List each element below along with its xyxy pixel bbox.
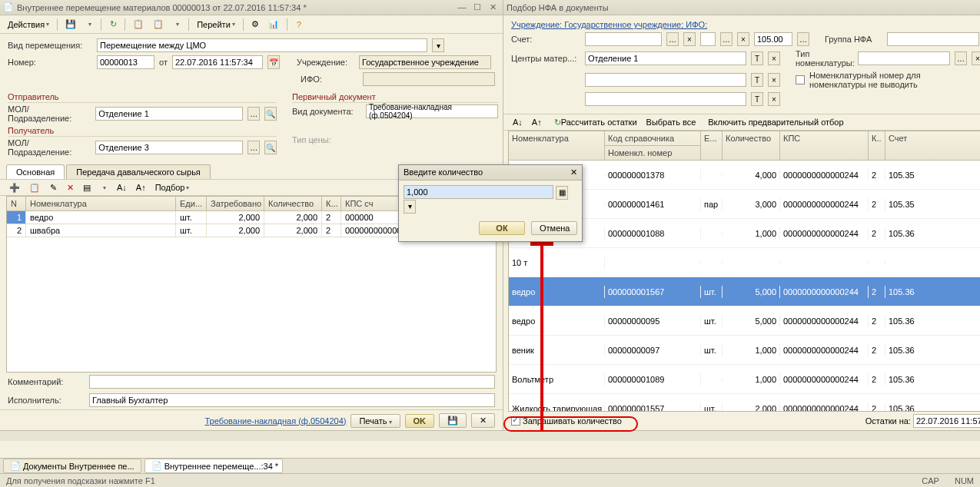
rcol-nomnum[interactable]: Номенкл. номер bbox=[605, 146, 701, 161]
move-type-field[interactable]: Перемещение между ЦМО bbox=[97, 38, 427, 52]
list-item[interactable]: Жидкость тарирующая000000001557шт.2,0000… bbox=[509, 394, 980, 411]
prefilter-button[interactable]: Включить предварительный отбор bbox=[705, 115, 846, 129]
list-item[interactable]: веник00000000097шт.1,0000000000000000244… bbox=[509, 336, 980, 365]
acct2-clear-icon[interactable]: × bbox=[737, 32, 749, 46]
qty-dropdown-icon[interactable]: ▾ bbox=[404, 200, 416, 214]
unpost-icon[interactable]: 📋 bbox=[150, 18, 167, 31]
add-row-icon[interactable]: ➕ bbox=[6, 181, 23, 194]
tool-icon-1[interactable]: ⚙ bbox=[248, 18, 262, 31]
centers-clear-icon[interactable]: × bbox=[768, 51, 780, 65]
nomtype-field[interactable] bbox=[858, 51, 950, 65]
edit-row-icon[interactable]: ✎ bbox=[46, 181, 60, 194]
receiver-ellipsis-icon[interactable]: … bbox=[247, 141, 260, 154]
delete-row-icon[interactable]: ✕ bbox=[63, 181, 77, 194]
actions-menu[interactable]: Действия bbox=[5, 18, 52, 31]
extra2-clear-icon[interactable]: × bbox=[768, 92, 780, 106]
dialog-ok-button[interactable]: ОК bbox=[479, 221, 525, 235]
rcol-acct[interactable]: Счет bbox=[885, 131, 980, 161]
qty-calc-icon[interactable]: ▦ bbox=[556, 186, 568, 200]
acct1-clear-icon[interactable]: × bbox=[683, 32, 696, 46]
recalc-button[interactable]: ↻ Рассчитать остатки bbox=[551, 115, 640, 129]
rcol-code[interactable]: Код справочника bbox=[605, 131, 701, 146]
minimize-button[interactable]: — bbox=[455, 2, 469, 13]
goto-menu[interactable]: Перейти bbox=[194, 18, 238, 31]
rcol-kps[interactable]: КПС bbox=[780, 131, 869, 161]
list-item[interactable]: Вольтметр0000000010891,00000000000000002… bbox=[509, 365, 980, 394]
calendar-icon[interactable]: 📅 bbox=[267, 55, 280, 69]
quantity-input[interactable] bbox=[404, 185, 553, 199]
refresh-icon[interactable]: ↻ bbox=[106, 18, 120, 31]
grid-menu-icon[interactable] bbox=[97, 181, 111, 194]
balance-field[interactable]: 22.07.2016 11:57:34; Вн bbox=[913, 414, 980, 428]
close-button[interactable]: ✕ bbox=[486, 2, 500, 13]
copy-row-icon[interactable]: 📋 bbox=[26, 181, 43, 194]
extra1-t-icon[interactable]: T bbox=[751, 73, 763, 87]
rcol-unit[interactable]: Е... bbox=[701, 131, 723, 161]
rcol-nomen[interactable]: Номенклатура bbox=[509, 131, 605, 161]
sender-field[interactable]: Отделение 1 bbox=[95, 107, 243, 121]
post-icon[interactable]: 📋 bbox=[130, 18, 147, 31]
group-field[interactable] bbox=[887, 32, 979, 46]
tool-icon-2[interactable]: 📊 bbox=[265, 18, 282, 31]
acct-field-2[interactable] bbox=[700, 32, 716, 46]
number-field[interactable]: 00000013 bbox=[97, 55, 154, 69]
post-dropdown[interactable] bbox=[170, 18, 184, 31]
task-item[interactable]: 📄 Документы Внутреннее пе... bbox=[3, 459, 141, 473]
dialog-cancel-button[interactable]: Отмена bbox=[531, 221, 577, 235]
acct1-ellipsis-icon[interactable]: … bbox=[666, 32, 679, 46]
nomnum-checkbox[interactable] bbox=[796, 75, 805, 84]
org-link[interactable]: Учреждение: Государственное учреждение; … bbox=[511, 20, 707, 29]
move-up-icon[interactable]: ▤ bbox=[80, 181, 94, 194]
col-unit[interactable]: Еди... bbox=[176, 197, 207, 210]
executor-field[interactable]: Главный Бухгалтер bbox=[89, 393, 495, 407]
acct2-ellipsis-icon[interactable]: … bbox=[720, 32, 733, 46]
doctype-field[interactable]: Требование-накладная (ф.0504204) bbox=[366, 104, 498, 118]
tab-main[interactable]: Основная bbox=[6, 164, 65, 179]
maximize-button[interactable]: ☐ bbox=[470, 2, 484, 13]
nomtype-clear-icon[interactable]: × bbox=[972, 51, 980, 65]
close-form-button[interactable]: ✕ bbox=[471, 413, 495, 428]
receiver-search-icon[interactable]: 🔍 bbox=[264, 141, 277, 154]
col-qty[interactable]: Количество bbox=[264, 197, 322, 210]
save-button[interactable]: 💾 bbox=[439, 413, 467, 428]
sort-desc-icon[interactable]: A↑ bbox=[133, 181, 149, 194]
extra-field-2[interactable] bbox=[585, 92, 746, 106]
task-item[interactable]: 📄 Внутреннее перемеще...:34 * bbox=[145, 459, 283, 473]
acct-value-field[interactable]: 105.00 bbox=[754, 32, 792, 46]
sort-desc-icon[interactable]: A↑ bbox=[529, 115, 545, 129]
col-n[interactable]: N bbox=[7, 197, 26, 210]
list-item[interactable]: 10 т bbox=[509, 248, 980, 277]
sort-asc-icon[interactable]: A↓ bbox=[510, 115, 526, 129]
date-field[interactable]: 22.07.2016 11:57:34 bbox=[172, 55, 263, 69]
list-item[interactable]: ведро000000001567шт.5,000000000000000024… bbox=[509, 277, 980, 306]
save-icon[interactable]: 💾 bbox=[62, 18, 79, 31]
comment-field[interactable] bbox=[89, 375, 495, 389]
centers-field[interactable]: Отделение 1 bbox=[585, 51, 746, 65]
col-k[interactable]: К... bbox=[322, 197, 341, 210]
sort-asc-icon[interactable]: A↓ bbox=[114, 181, 130, 194]
help-icon[interactable]: ? bbox=[292, 18, 306, 31]
col-nomen[interactable]: Номенклатура bbox=[26, 197, 176, 210]
centers-t-icon[interactable]: T bbox=[751, 51, 763, 65]
nomtype-ellipsis-icon[interactable]: … bbox=[955, 51, 967, 65]
extra-field-1[interactable] bbox=[585, 73, 746, 87]
tab-toll[interactable]: Передача давальческого сырья bbox=[66, 164, 211, 179]
select-all-button[interactable]: Выбрать все bbox=[643, 115, 699, 129]
pick-button[interactable]: Подбор bbox=[152, 181, 193, 194]
move-type-dropdown-icon[interactable]: ▾ bbox=[432, 38, 444, 52]
ok-button[interactable]: OK bbox=[405, 414, 435, 428]
extra2-t-icon[interactable]: T bbox=[751, 92, 763, 106]
acct-val-ellipsis-icon[interactable]: … bbox=[797, 32, 809, 46]
col-req[interactable]: Затребовано bbox=[207, 197, 264, 210]
save-dropdown[interactable] bbox=[82, 18, 96, 31]
rcol-qty[interactable]: Количество bbox=[723, 131, 780, 161]
acct-field-1[interactable] bbox=[585, 32, 662, 46]
receiver-field[interactable]: Отделение 3 bbox=[95, 141, 243, 154]
print-button[interactable]: Печать bbox=[350, 414, 400, 428]
rcol-k[interactable]: К.. bbox=[869, 131, 885, 161]
ask-qty-checkbox[interactable] bbox=[511, 416, 520, 426]
dialog-close-icon[interactable]: ✕ bbox=[570, 167, 577, 177]
print-form-link[interactable]: Требование-накладная (ф.0504204) bbox=[204, 416, 346, 426]
sender-ellipsis-icon[interactable]: … bbox=[247, 107, 260, 121]
list-item[interactable]: ведро00000000095шт.5,0000000000000000244… bbox=[509, 306, 980, 336]
